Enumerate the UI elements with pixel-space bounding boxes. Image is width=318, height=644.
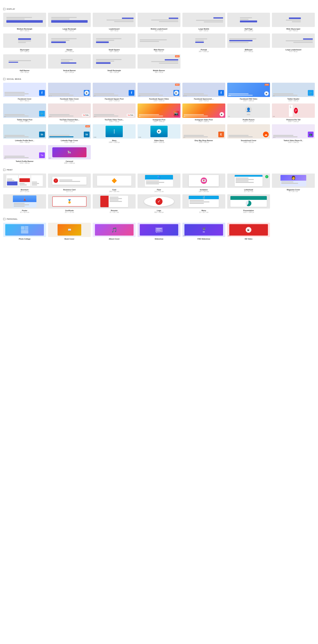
template-photo-collage[interactable]: Photo Collage [3, 223, 46, 240]
template-large-leaderboard[interactable]: Large Leaderboard 970 × 90 px [272, 34, 315, 52]
template-mobile-leaderboard[interactable]: Mobile Leaderboard 320 × 50 px [137, 13, 181, 32]
template-fb-square-video[interactable]: NEW 1:1 ▶ Facebook Square Video 1200 × 1… [137, 83, 181, 102]
template-vertical-banner[interactable]: Vertical Banner 120 × 240 px [48, 54, 91, 73]
template-main-banner[interactable]: Main Banner 468 × 60 px [137, 34, 181, 52]
template-invitation[interactable]: 💌 Invitation 140 × 140 mm [182, 174, 225, 192]
template-carousel[interactable]: 1:1 🎠 Carousel 1080 × 1080 px [48, 145, 91, 164]
template-twitch-profile[interactable]: 5:2 Tw Twitch Profile Banner 1200 × 480 … [3, 145, 46, 164]
template-half-page[interactable]: Half Page 300 × 600 px [227, 13, 270, 32]
thumb-menu: 🍴 [182, 194, 225, 208]
template-twitch-video[interactable]: 16:9 📺 Twitch Video Player B... 1920 × 1… [272, 124, 315, 143]
size-medium-rectangle: 300 × 250 px [20, 30, 29, 32]
label-hd-video: HD Video [245, 238, 252, 240]
template-yt-thumb[interactable]: 16:9 YouTube YouTube Video Thum... 1280 … [93, 104, 136, 122]
template-billboard[interactable]: Billboard 970 × 250 px [227, 34, 270, 52]
template-business-card[interactable]: ✓ Business Card 3.5 × 2 in [48, 174, 91, 192]
thumb-yt-channel: 16:9 YouTube [48, 104, 91, 118]
size-yt-thumb-item: 1280 × 720 px [109, 121, 119, 122]
template-hd-video[interactable]: 16:9 ▶ HD Video [227, 223, 270, 240]
template-certificate[interactable]: 🏅 Certificate 29.7 × 21 cm [48, 194, 91, 213]
template-wide-skyscraper[interactable]: Wide Skyscraper 160 × 600 px [272, 13, 315, 32]
label-mobile-leaderboard: Mobile Leaderboard [151, 28, 168, 30]
template-pinterest-tall[interactable]: 2:3 P Pinterest Pin Tall 1000 × 1500 px [272, 104, 315, 122]
thumb-business-card: ✓ [48, 174, 91, 188]
template-twitter-header[interactable]: 3:1 🐦 Twitter Header 1500 × 500 px [272, 83, 315, 102]
size-fb-square-video: 1200 × 1200 px [153, 100, 165, 102]
template-facebook-cover[interactable]: f Facebook Cover 820 × 360 px [3, 83, 46, 102]
thumb-vertical-banner [48, 54, 91, 68]
template-li-profile[interactable]: 4:1 in Linkedin Profile Back... 1584 × 3… [3, 124, 46, 143]
label-business-card: Business Card [63, 189, 76, 191]
personal-grid: Photo Collage 📖 Book Cover 🎵 Album Cover [3, 223, 315, 240]
label-slideshow: Slideshow [155, 238, 163, 240]
template-portrait[interactable]: Portrait 300 × 1050 px [182, 34, 225, 52]
template-fhd-slideshow[interactable]: 16:9 📽️ HD FHD Slideshow [182, 223, 225, 240]
label-vertical-banner: Vertical Banner [63, 70, 76, 72]
template-story[interactable]: 9:16 Story 1080 × 1920 px [93, 124, 136, 143]
template-ig-post[interactable]: 1:1 📷 Instagram Post 1080 × 1080 px [137, 104, 181, 122]
template-video-story[interactable]: 9:16 ▶ Video Story 1080 × 1920 px [137, 124, 181, 143]
template-large-rectangle[interactable]: Large Rectangle 336 × 280 px [48, 13, 91, 32]
template-book-cover[interactable]: 📖 Book Cover [48, 223, 91, 240]
template-li-page-cover[interactable]: NEW in Linkedin Page Cover 1128 × 191 px [48, 124, 91, 143]
display-checkbox[interactable] [3, 8, 6, 10]
print-checkbox[interactable] [3, 169, 6, 171]
template-leaderboard[interactable]: Leaderboard 728 × 90 px [93, 13, 136, 32]
label-medium-rectangle: Medium Rectangle [17, 28, 32, 30]
thumb-fb-square-post: 1:1 f [93, 83, 136, 97]
template-brochure[interactable]: Brochure 29.7 × 21 cm [3, 174, 46, 192]
label-main-banner: Main Banner [154, 49, 164, 51]
personal-checkbox[interactable] [3, 218, 6, 220]
template-fb-square-post[interactable]: 1:1 f Facebook Square Post 1200 × 1200 p… [93, 83, 136, 102]
display-section-header: DISPLAY [3, 8, 315, 10]
template-ig-video-post[interactable]: 1:1 ▶ Instagram Video Post 1080 × 1080 p… [182, 104, 225, 122]
template-small-rectangle[interactable]: Small Rectangle 180 × 150 px [93, 54, 136, 73]
svg-rect-0 [21, 226, 25, 230]
label-flyer: Flyer [157, 189, 161, 191]
template-slideshow[interactable]: Slideshow [137, 223, 181, 240]
size-li-page-cover: 1128 × 191 px [64, 142, 75, 143]
template-large-mobile[interactable]: Large Mobile 320 × 100 px [182, 13, 225, 32]
template-album-cover[interactable]: 🎵 Album Cover [93, 223, 136, 240]
size-menu: 21 × 29.7 cm [199, 212, 208, 213]
template-poster[interactable]: 🗼 Poster 42 × 59.4 cm [3, 194, 46, 213]
template-logo[interactable]: ✓ Logo 800 × 600 px [137, 194, 181, 213]
label-story: Story [112, 140, 116, 142]
template-resume[interactable]: Resume 21 × 29.7 cm [93, 194, 136, 213]
label-soundcloud-cover: Soundcloud Cover [241, 140, 256, 142]
template-flyer[interactable]: 🔷 Flyer 14.8 × 21 cm [137, 174, 181, 192]
thumb-fhd-slideshow: 16:9 📽️ HD [182, 223, 225, 237]
label-portrait: Portrait [201, 49, 207, 51]
template-menu[interactable]: 🍴 Menu 21 × 29.7 cm [182, 194, 225, 213]
template-magazine-cover[interactable]: 👩 Magazine Cover 21 × 29.7 cm [272, 174, 315, 192]
template-letterhead[interactable]: ✓ Letterhead 21 × 29.7 cm [227, 174, 270, 192]
template-etsy-banner[interactable]: 4:1 E Etsy Big Shop Banner 1200 × 300 px [182, 124, 225, 143]
thumb-etsy-banner: 4:1 E [182, 124, 225, 138]
template-yt-channel[interactable]: 16:9 YouTube YouTube Channel Ban... 2560… [48, 104, 91, 122]
size-flyer: 14.8 × 21 cm [154, 191, 164, 192]
template-soundcloud-cover[interactable]: ☁ Soundcloud Cover 2480 × 520 px [227, 124, 270, 143]
template-medium-rectangle[interactable]: Medium Rectangle 300 × 250 px [3, 13, 46, 32]
template-presentation[interactable]: Presentation 1920 × 1080 px [227, 194, 270, 213]
template-half-banner[interactable]: Half Banner 234 × 60 px [3, 54, 46, 73]
thumb-wide-skyscraper [272, 13, 315, 27]
template-mobile-banner[interactable]: NEW Mobile Banner 300 × 50 px [137, 54, 181, 73]
label-book-cover: Book Cover [65, 238, 74, 240]
size-etsy-banner: 1200 × 300 px [199, 142, 209, 143]
print-grid: Brochure 29.7 × 21 cm ✓ Business Card 3.… [3, 174, 315, 213]
svg-point-10 [159, 232, 160, 233]
size-large-rectangle: 336 × 280 px [65, 30, 74, 32]
template-fb-sponsored[interactable]: 1.91:1 f Facebook Sponsored ... 1200 × 6… [182, 83, 225, 102]
template-fb-video-cover[interactable]: 2.7:1 ▶ Facebook Video Cover 1250 × 463 … [48, 83, 91, 102]
size-magazine-cover: 21 × 29.7 cm [289, 191, 298, 192]
template-square[interactable]: Square 250 × 250 px [48, 34, 91, 52]
template-fb-fhd-video[interactable]: NEW 16:9 ▶ Facebook FHD Video 1920 × 108… [227, 83, 270, 102]
social-section-header: SOCIAL MEDIA [3, 78, 315, 80]
template-twitter-image-post[interactable]: 2:1 🐦 Twitter Image Post 1200 × 600 px [3, 104, 46, 122]
template-skyscraper[interactable]: Skyscraper 120 × 600 px [3, 34, 46, 52]
template-profile-pic[interactable]: 1:1 👤 Profile Picture 1200 × 1200 px [227, 104, 270, 122]
thumb-carousel: 1:1 🎠 [48, 145, 91, 159]
template-small-square[interactable]: Small Square 200 × 200 px [93, 34, 136, 52]
template-card[interactable]: 🔶 Card 148 × 105 mm [93, 174, 136, 192]
social-checkbox[interactable] [3, 78, 6, 80]
